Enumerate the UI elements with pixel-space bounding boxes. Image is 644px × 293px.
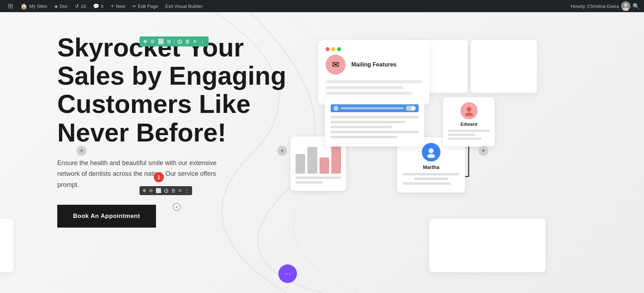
chart-line-2 bbox=[296, 181, 323, 184]
delete-icon[interactable]: 🗑 bbox=[185, 39, 190, 44]
row-move-icon[interactable]: ✥ bbox=[142, 188, 146, 193]
form-text-5 bbox=[331, 136, 397, 138]
hero-subtext: Ensure the health and beautiful smile wi… bbox=[57, 158, 236, 190]
purple-fab-dots: ··· bbox=[284, 270, 291, 278]
form-text-3 bbox=[331, 126, 392, 128]
purple-fab[interactable]: ··· bbox=[278, 264, 297, 283]
edward-line-2 bbox=[448, 134, 475, 136]
row-settings-icon[interactable]: ⚙ bbox=[149, 188, 153, 193]
divi-menu[interactable]: ◈ Divi bbox=[51, 0, 71, 12]
dot-yellow bbox=[331, 47, 335, 51]
columns-icon[interactable]: ⊞ bbox=[167, 39, 171, 44]
martha-line-2 bbox=[414, 178, 448, 180]
layers-icon[interactable]: ⬜ bbox=[158, 39, 164, 44]
martha-avatar bbox=[422, 143, 440, 162]
placeholder-card-2 bbox=[471, 40, 537, 93]
form-line bbox=[341, 107, 404, 109]
form-text-1 bbox=[331, 116, 419, 118]
row-close-icon[interactable]: ✕ bbox=[178, 188, 182, 193]
placeholder-card-bottom-right bbox=[429, 219, 546, 272]
notification-badge: 1 bbox=[154, 172, 164, 182]
mailing-card-header: ✉ Mailing Features bbox=[326, 55, 422, 75]
martha-line-3 bbox=[403, 182, 451, 185]
form-card bbox=[325, 99, 424, 146]
admin-avatar[interactable] bbox=[621, 1, 630, 11]
comments-menu[interactable]: 💬 0 bbox=[89, 0, 107, 12]
search-icon[interactable]: 🔍 bbox=[633, 3, 640, 10]
cta-button[interactable]: Book An Appointment bbox=[57, 205, 156, 228]
add-section-left[interactable]: + bbox=[77, 146, 87, 156]
my-sites-menu[interactable]: 🏠 My Sites bbox=[17, 0, 51, 12]
bar-1 bbox=[296, 154, 305, 174]
exit-builder-menu[interactable]: Exit Visual Builder bbox=[162, 0, 206, 12]
bar-2 bbox=[307, 147, 317, 174]
form-input-bar bbox=[331, 104, 419, 112]
edward-line-3 bbox=[448, 138, 482, 140]
edward-line-1 bbox=[448, 130, 490, 132]
card-line-2 bbox=[326, 86, 403, 89]
martha-line-1 bbox=[403, 173, 459, 175]
more-icon[interactable]: ⋮ bbox=[200, 39, 205, 44]
svg-point-6 bbox=[427, 154, 435, 158]
hero-heading: Skyrocket Your Sales by Engaging Custome… bbox=[57, 34, 301, 147]
howdy-text: Howdy, Christina Gwira bbox=[571, 4, 619, 9]
bar-4 bbox=[331, 143, 341, 174]
edward-card: Edward bbox=[443, 97, 495, 146]
form-text-4 bbox=[331, 131, 419, 133]
chart-line-1 bbox=[296, 177, 341, 179]
main-area: ✥ ⚙ ⬜ ⊞ ⏻ 🗑 ✕ ⋮ + + + Skyrocket Your Sal… bbox=[0, 12, 644, 293]
row-delete-icon[interactable]: 🗑 bbox=[171, 188, 176, 193]
section-toolbar[interactable]: ✥ ⚙ ⬜ ⊞ ⏻ 🗑 ✕ ⋮ bbox=[140, 36, 209, 46]
mail-icon: ✉ bbox=[326, 55, 346, 75]
edward-avatar bbox=[460, 102, 478, 119]
row-more-icon[interactable]: ⋮ bbox=[185, 188, 189, 193]
form-toggle bbox=[406, 106, 416, 111]
window-dots bbox=[326, 47, 422, 51]
admin-bar: ⊞ 🏠 My Sites ◈ Divi ↺ 10 💬 0 + New ✏ Edi… bbox=[0, 0, 644, 12]
admin-bar-right: Howdy, Christina Gwira 🔍 bbox=[571, 1, 640, 11]
form-text-2 bbox=[331, 121, 405, 123]
dot-green bbox=[337, 47, 341, 51]
martha-name: Martha bbox=[403, 164, 459, 170]
plus-cursor: + bbox=[173, 203, 181, 211]
toolbar-divider-1 bbox=[174, 39, 174, 44]
row-layers-icon[interactable]: ⬜ bbox=[156, 188, 161, 193]
bar-3 bbox=[319, 158, 329, 174]
placeholder-card-bottom-left bbox=[0, 219, 14, 272]
svg-point-3 bbox=[467, 107, 472, 112]
close-icon[interactable]: ✕ bbox=[193, 39, 197, 44]
svg-point-1 bbox=[624, 3, 628, 7]
new-menu[interactable]: + New bbox=[107, 0, 128, 12]
edward-name: Edward bbox=[448, 121, 490, 127]
card-line-3 bbox=[326, 92, 413, 95]
add-section-middle[interactable]: + bbox=[277, 146, 287, 156]
move-icon[interactable]: ✥ bbox=[143, 39, 147, 44]
mailing-title: Mailing Features bbox=[351, 61, 396, 69]
row-toggle-icon[interactable]: ⏻ bbox=[164, 188, 169, 193]
row-toolbar[interactable]: ✥ ⚙ ⬜ ⏻ 🗑 ✕ ⋮ bbox=[140, 186, 192, 195]
mailing-card: ✉ Mailing Features bbox=[318, 40, 429, 105]
form-circle bbox=[333, 106, 338, 111]
svg-point-5 bbox=[429, 148, 434, 153]
wp-logo[interactable]: ⊞ bbox=[4, 0, 17, 12]
toggle-icon[interactable]: ⏻ bbox=[177, 39, 182, 44]
updates-menu[interactable]: ↺ 10 bbox=[71, 0, 89, 12]
settings-icon[interactable]: ⚙ bbox=[150, 39, 155, 44]
edit-page-menu[interactable]: ✏ Edit Page bbox=[129, 0, 162, 12]
add-section-right[interactable]: + bbox=[478, 146, 488, 156]
dot-red bbox=[326, 47, 330, 51]
hero-content: Skyrocket Your Sales by Engaging Custome… bbox=[57, 34, 301, 228]
svg-point-4 bbox=[465, 113, 473, 116]
card-line-1 bbox=[326, 80, 422, 83]
